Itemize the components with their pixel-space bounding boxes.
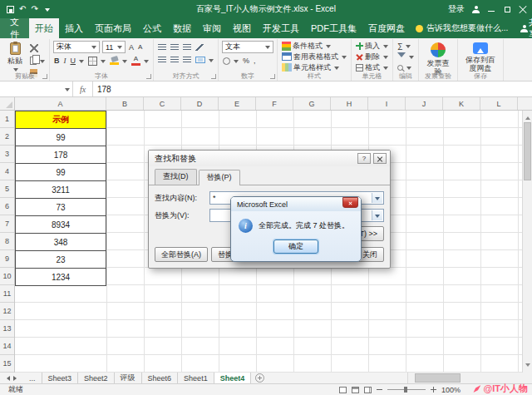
name-box[interactable] (0, 81, 73, 96)
row-header[interactable]: 5 (0, 180, 14, 198)
row-header[interactable]: 1 (0, 111, 14, 128)
vertical-scrollbar[interactable] (522, 111, 532, 373)
account-icon[interactable] (472, 6, 480, 13)
column-header-h[interactable]: H (331, 97, 368, 110)
column-header-c[interactable]: C (144, 97, 181, 110)
close-button[interactable] (519, 5, 527, 13)
cell-a3[interactable]: 178 (15, 146, 106, 164)
column-header-i[interactable]: I (368, 97, 406, 110)
column-header-k[interactable]: K (443, 97, 480, 110)
column-header-j[interactable]: J (406, 97, 443, 110)
row-header[interactable]: 15 (0, 355, 14, 373)
column-header-f[interactable]: F (256, 97, 293, 110)
tab-view[interactable]: 视图 (227, 18, 257, 38)
ok-button[interactable]: 确定 (273, 239, 318, 254)
minimize-button[interactable] (487, 5, 495, 13)
tab-page-layout[interactable]: 页面布局 (89, 18, 137, 38)
zoom-out-icon[interactable] (377, 389, 382, 390)
insert-cells-button[interactable]: 插入 (355, 41, 389, 51)
autosum-button[interactable]: ∑ (397, 41, 415, 51)
find-replace-titlebar[interactable]: 查找和替换 ? (149, 151, 390, 166)
save-to-netdisk-button[interactable]: 保存到百度网盘 (461, 41, 500, 75)
underline-button[interactable]: U (70, 56, 86, 66)
tab-data[interactable]: 数据 (167, 18, 197, 38)
delete-cells-button[interactable]: 删除 (355, 52, 389, 62)
replace-all-button[interactable]: 全部替换(A) (155, 247, 208, 262)
shrink-font-button[interactable]: A (137, 42, 143, 52)
row-header[interactable]: 3 (0, 146, 14, 163)
tab-file[interactable]: 文件 (0, 18, 29, 38)
tab-find[interactable]: 查找(D) (155, 169, 197, 185)
row-header[interactable]: 4 (0, 163, 14, 180)
tab-formulas[interactable]: 公式 (137, 18, 167, 38)
column-header-l[interactable]: L (480, 97, 518, 110)
tab-review[interactable]: 审阅 (197, 18, 227, 38)
align-top-button[interactable] (157, 42, 167, 52)
redo-icon[interactable]: ↷ (31, 5, 37, 13)
cell-a10[interactable]: 1234 (15, 269, 106, 286)
fill-color-button[interactable] (109, 56, 128, 66)
clipboard-dialog-launcher-icon[interactable] (42, 74, 47, 79)
new-sheet-button[interactable] (255, 373, 264, 383)
undo-icon[interactable]: ↶ (19, 5, 26, 13)
sheet-tab-sheet6[interactable]: Sheet6 (142, 373, 179, 383)
column-header-g[interactable]: G (293, 97, 331, 110)
vertical-scrollbar-thumb[interactable] (524, 122, 531, 180)
number-format-combo[interactable]: 文本 (222, 41, 273, 53)
grow-font-button[interactable]: A (128, 42, 135, 52)
zoom-in-icon[interactable] (431, 387, 436, 393)
horizontal-scrollbar-thumb[interactable] (415, 373, 461, 383)
italic-button[interactable]: I (63, 56, 67, 66)
sheet-tab-sheet4-active[interactable]: Sheet4 (214, 373, 252, 383)
row-header[interactable]: 7 (0, 215, 14, 233)
font-size-combo[interactable]: 11 (102, 41, 126, 53)
find-what-dropdown-icon[interactable] (372, 193, 382, 203)
maximize-button[interactable] (503, 5, 511, 13)
qat-dropdown-icon[interactable] (45, 8, 50, 14)
align-left-button[interactable] (157, 55, 167, 65)
font-name-combo[interactable]: 宋体 (53, 41, 100, 53)
cell-a5[interactable]: 3211 (15, 181, 106, 199)
alignment-dialog-launcher-icon[interactable] (211, 74, 216, 79)
align-center-button[interactable] (170, 55, 180, 65)
column-header-b[interactable]: B (106, 97, 144, 110)
row-header[interactable]: 9 (0, 250, 14, 268)
sheet-next-icon[interactable] (13, 376, 19, 381)
conditional-formatting-button[interactable]: 条件格式 (281, 41, 347, 51)
font-color-button[interactable]: A (131, 56, 150, 66)
cell-a8[interactable]: 348 (15, 234, 106, 251)
row-header[interactable]: 2 (0, 128, 14, 146)
tell-me-box[interactable]: 告诉我您想要做什么... (411, 18, 513, 38)
save-icon[interactable] (7, 6, 14, 13)
scroll-up-icon[interactable] (525, 114, 530, 120)
sheet-tab-sheet3[interactable]: Sheet3 (42, 373, 79, 383)
row-header[interactable]: 13 (0, 320, 14, 338)
replace-with-dropdown-icon[interactable] (372, 210, 382, 220)
cell-a1[interactable]: 示例 (15, 111, 106, 129)
sign-in-button[interactable]: 登录 (448, 3, 465, 15)
borders-button[interactable] (87, 56, 106, 66)
percent-button[interactable]: % (242, 56, 250, 66)
cell-a7[interactable]: 8934 (15, 216, 106, 234)
number-dialog-launcher-icon[interactable] (270, 74, 275, 79)
row-header[interactable]: 11 (0, 285, 14, 303)
merge-center-button[interactable] (195, 55, 214, 65)
row-header[interactable]: 12 (0, 303, 14, 320)
column-header-e[interactable]: E (219, 97, 256, 110)
row-header[interactable]: 14 (0, 338, 14, 355)
row-header[interactable]: 6 (0, 198, 14, 215)
dialog-close-button[interactable] (373, 153, 387, 164)
bold-button[interactable]: B (53, 56, 61, 66)
page-layout-view-icon[interactable] (352, 387, 359, 393)
message-box-close-button[interactable] (342, 197, 358, 208)
zoom-slider-knob[interactable] (404, 387, 407, 393)
cell-a6[interactable]: 73 (15, 199, 106, 216)
tab-baidu-netdisk[interactable]: 百度网盘 (362, 18, 411, 38)
align-bottom-button[interactable] (182, 42, 192, 52)
message-box-titlebar[interactable]: Microsoft Excel (231, 197, 361, 211)
sheet-tab-overflow[interactable]: ... (23, 373, 42, 383)
font-dialog-launcher-icon[interactable] (146, 74, 151, 79)
dialog-help-button[interactable]: ? (357, 153, 371, 164)
cell-a4[interactable]: 99 (15, 164, 106, 181)
row-header[interactable]: 8 (0, 233, 14, 250)
